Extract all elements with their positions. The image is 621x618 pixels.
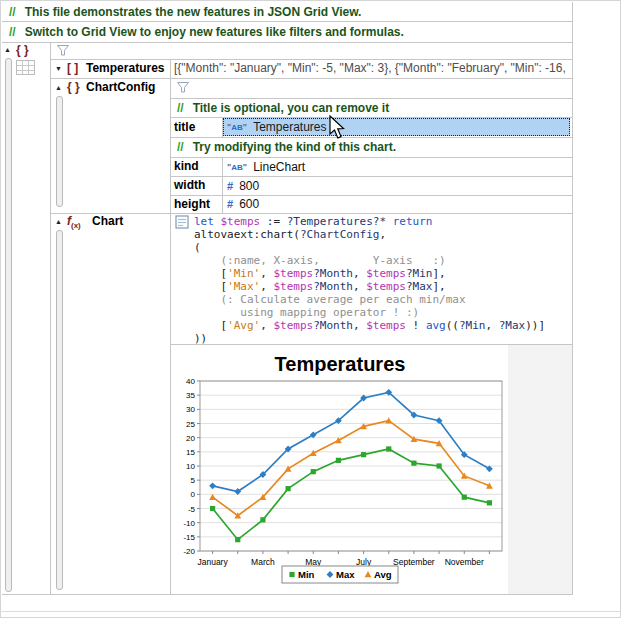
chartconfig-collapse-arrow[interactable]: ▲ bbox=[55, 83, 62, 93]
comment-text: Try modifying the kind of this chart. bbox=[193, 140, 396, 154]
svg-text:September: September bbox=[393, 557, 435, 567]
comment-row-kind[interactable]: // Try modifying the kind of this chart. bbox=[177, 137, 396, 157]
comment-text: This file demonstrates the new features … bbox=[25, 5, 362, 19]
comment-text: Switch to Grid View to enjoy new feature… bbox=[25, 25, 404, 39]
svg-text:Avg: Avg bbox=[374, 569, 392, 580]
svg-text:10: 10 bbox=[186, 462, 195, 471]
object-symbol: { } bbox=[67, 80, 80, 94]
number-type-icon: # bbox=[227, 198, 233, 210]
comment-marker: // bbox=[177, 101, 184, 115]
row-name-temperatures[interactable]: Temperatures bbox=[86, 61, 164, 75]
grid-border bbox=[2, 42, 572, 43]
svg-text:15: 15 bbox=[186, 448, 195, 457]
field-value-width: 800 bbox=[239, 179, 259, 193]
grid-border bbox=[50, 42, 51, 594]
comment-row-2[interactable]: // Switch to Grid View to enjoy new feat… bbox=[2, 21, 571, 42]
field-value-title: Temperatures bbox=[253, 120, 326, 134]
kind-value-cell[interactable]: AB LineChart bbox=[227, 157, 305, 176]
grid-border bbox=[2, 594, 573, 595]
width-value-cell[interactable]: # 800 bbox=[227, 176, 259, 195]
filter-icon[interactable] bbox=[176, 81, 190, 94]
grid-border bbox=[170, 59, 171, 594]
svg-text:-10: -10 bbox=[183, 519, 195, 528]
formula-symbol: f(x) bbox=[67, 214, 81, 230]
row-name-chartconfig[interactable]: ChartConfig bbox=[86, 80, 155, 94]
field-label-title[interactable]: title bbox=[174, 117, 195, 137]
field-value-kind: LineChart bbox=[253, 160, 305, 174]
string-type-icon: AB bbox=[227, 122, 247, 132]
chart-collapse-arrow[interactable]: ▲ bbox=[55, 217, 62, 227]
svg-text:Max: Max bbox=[336, 569, 355, 580]
formula-symbol-sub: (x) bbox=[71, 221, 81, 230]
field-label-width[interactable]: width bbox=[174, 176, 205, 195]
svg-text:20: 20 bbox=[186, 434, 195, 443]
chartconfig-collapse-bar[interactable] bbox=[56, 96, 63, 207]
number-type-icon: # bbox=[227, 180, 233, 192]
chart-cell-background bbox=[508, 345, 572, 594]
svg-text:35: 35 bbox=[186, 391, 195, 400]
grid-border bbox=[572, 2, 573, 594]
grid-border bbox=[222, 157, 223, 213]
code-block[interactable]: let $temps := ?Temperatures?* returnalto… bbox=[194, 215, 570, 345]
title-value-cell-selected[interactable]: AB Temperatures bbox=[223, 118, 570, 136]
grid-border bbox=[2, 21, 572, 22]
root-object-symbol: { } bbox=[16, 43, 29, 57]
root-collapse-arrow[interactable]: ▲ bbox=[4, 45, 11, 55]
temperatures-expand-arrow[interactable]: ▼ bbox=[55, 64, 62, 74]
svg-text:5: 5 bbox=[191, 476, 196, 485]
svg-text:March: March bbox=[251, 557, 275, 567]
comment-marker: // bbox=[9, 25, 16, 39]
grid-border bbox=[50, 78, 572, 79]
table-view-icon[interactable] bbox=[16, 60, 35, 75]
temperatures-chart: Temperatures-20-15-10-50510152025303540J… bbox=[172, 345, 508, 594]
svg-text:-15: -15 bbox=[183, 533, 195, 542]
comment-row-title[interactable]: // Title is optional, you can remove it bbox=[177, 98, 389, 117]
grid-border bbox=[50, 213, 572, 214]
edit-formula-icon[interactable] bbox=[175, 215, 189, 229]
field-label-height[interactable]: height bbox=[174, 195, 210, 213]
field-label-kind[interactable]: kind bbox=[174, 157, 199, 176]
svg-text:0: 0 bbox=[191, 490, 196, 499]
svg-text:-5: -5 bbox=[188, 505, 196, 514]
array-symbol: [ ] bbox=[67, 61, 78, 75]
height-value-cell[interactable]: # 600 bbox=[227, 195, 259, 213]
comment-text: Title is optional, you can remove it bbox=[193, 101, 390, 115]
comment-row-1[interactable]: // This file demonstrates the new featur… bbox=[2, 2, 571, 21]
svg-text:Min: Min bbox=[298, 569, 315, 580]
temperatures-value-preview[interactable]: [{"Month": "January", "Min": -5, "Max": … bbox=[174, 59, 568, 78]
root-collapse-bar[interactable] bbox=[5, 58, 12, 592]
svg-text:40: 40 bbox=[186, 377, 195, 386]
field-value-height: 600 bbox=[239, 197, 259, 211]
svg-text:25: 25 bbox=[186, 420, 195, 429]
chart-collapse-bar[interactable] bbox=[56, 230, 63, 590]
chart-image: Temperatures-20-15-10-50510152025303540J… bbox=[172, 345, 508, 594]
comment-marker: // bbox=[9, 5, 16, 19]
svg-text:January: January bbox=[197, 557, 228, 567]
filter-icon[interactable] bbox=[56, 44, 70, 57]
svg-text:-20: -20 bbox=[183, 547, 195, 556]
string-type-icon: AB bbox=[227, 162, 247, 172]
svg-text:November: November bbox=[445, 557, 484, 567]
svg-text:30: 30 bbox=[186, 405, 195, 414]
row-name-chart[interactable]: Chart bbox=[92, 214, 123, 228]
comment-marker: // bbox=[177, 140, 184, 154]
svg-text:Temperatures: Temperatures bbox=[275, 353, 406, 375]
pane-separator bbox=[0, 611, 621, 612]
mouse-cursor bbox=[329, 115, 347, 141]
